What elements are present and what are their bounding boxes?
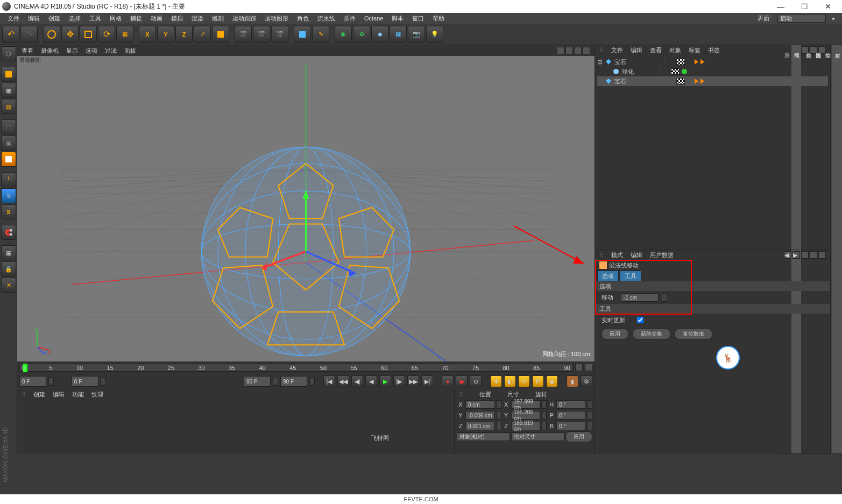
enable-toggle[interactable] [682,69,687,74]
add-environment[interactable]: ▦ [390,26,407,43]
menu-select[interactable]: 选择 [65,15,85,23]
key-rot[interactable]: ⟳ [518,375,530,387]
timeline-opt2[interactable] [585,364,592,371]
om-edit[interactable]: 编辑 [631,46,642,54]
am-up-icon[interactable] [801,251,809,259]
om-bookmark[interactable]: 书签 [708,46,720,54]
mat-create[interactable]: 创建 [33,391,45,399]
y-axis-toggle[interactable]: Y [157,26,174,43]
tag-sel-icon[interactable] [701,79,704,84]
snap-toggle[interactable]: S [1,204,16,219]
menu-mesh[interactable]: 网格 [105,15,126,23]
om-view[interactable]: 查看 [650,46,662,54]
range-from-spin[interactable] [273,377,278,386]
add-spline[interactable]: ✎ [312,26,329,43]
key-opts[interactable]: ⊙ [470,375,482,387]
size-z[interactable]: 189.619 cm [511,422,541,430]
goto-start[interactable]: |◀ [323,375,335,387]
menu-simulate[interactable]: 模拟 [167,15,187,23]
add-deformer[interactable]: ◆ [371,26,388,43]
om-tags[interactable]: 标签 [689,46,701,54]
cube-primitive[interactable] [212,26,229,43]
vp-options[interactable]: 选项 [86,47,97,55]
visibility-dots[interactable] [676,59,685,65]
mat-tex[interactable]: 纹理 [91,391,103,399]
misc-tool[interactable]: ✕ [1,278,16,293]
menu-snap[interactable]: 捕捉 [126,15,146,23]
mat-func[interactable]: 功能 [72,391,84,399]
menu-script[interactable]: 脚本 [387,15,408,23]
move-tool[interactable]: ✥ [61,26,79,43]
realtime-checkbox[interactable] [637,317,643,323]
menu-pipeline[interactable]: 流水线 [313,15,339,23]
key-scale[interactable]: ◧ [504,375,516,387]
om-file[interactable]: 文件 [611,46,623,54]
key-pos[interactable]: ✥ [490,375,502,387]
tag-phong-icon[interactable] [695,79,698,84]
menu-file[interactable]: 文件 [3,15,24,23]
coord-system-toggle[interactable]: ↗ [194,26,211,43]
subtab-tool[interactable]: 工具 [620,271,641,281]
soft-select[interactable]: 🧲 [1,225,16,240]
rot-p[interactable]: 0 ° [556,411,586,420]
recent-tool[interactable]: ▦ [116,26,133,43]
model-mode[interactable] [1,67,16,82]
menu-plugins[interactable]: 插件 [339,15,360,23]
edge-mode[interactable]: ▣ [1,136,16,151]
vp-view[interactable]: 查看 [22,47,33,55]
timeline-settings-icon[interactable]: ⚙ [581,375,592,387]
rot-h[interactable]: 0 ° [556,400,586,409]
prev-key[interactable]: ◀◀ [337,375,349,387]
vp-filter[interactable]: 过滤 [105,47,117,55]
size-y[interactable]: 195.206 cm [511,411,541,420]
vp-display[interactable]: 显示 [66,47,78,55]
add-generator[interactable]: ✿ [353,26,370,43]
menu-tools[interactable]: 工具 [85,15,105,23]
vp-icon-1[interactable] [557,47,564,54]
vp-icon-3[interactable] [574,47,582,54]
render-view[interactable]: 🎬 [235,26,252,43]
add-light[interactable]: 💡 [426,26,443,43]
tag-phong-icon[interactable] [695,59,698,65]
menu-motion-track[interactable]: 运动跟踪 [228,15,260,23]
maximize-button[interactable]: ☐ [793,0,816,13]
rotate-tool[interactable]: ⟳ [98,26,115,43]
apply-button[interactable]: 应用 [602,329,628,339]
om-object[interactable]: 对象 [669,46,681,54]
layout-lock-icon[interactable]: ⭑ [828,12,839,25]
vp-panel[interactable]: 面板 [124,47,136,55]
lock-toggle[interactable]: 🔒 [1,261,16,276]
polygon-mode[interactable] [1,152,16,167]
am-fwd-icon[interactable]: ▶ [793,251,800,259]
key-param[interactable]: P [532,375,544,387]
tag-sel-icon[interactable] [701,59,704,65]
live-select-tool[interactable] [43,26,60,43]
play-back[interactable]: ◀ [365,375,377,387]
record-key[interactable]: ● [442,375,454,387]
next-frame[interactable]: |▶ [393,375,405,387]
pos-y[interactable]: -0.006 cm [465,411,495,420]
menu-animate[interactable]: 动画 [146,15,167,23]
am-new-icon[interactable] [818,251,826,259]
am-lock-icon[interactable] [810,251,817,259]
timeline-ruler[interactable]: 0510 152025 303540 455055 606570 758085 … [17,361,595,373]
range-start[interactable]: 0 F [19,376,46,387]
next-key[interactable]: ▶▶ [407,375,419,387]
am-user[interactable]: 用户数据 [650,251,674,259]
current-frame-spin[interactable] [101,377,106,386]
timeline-strip-icon[interactable]: ▮ [567,375,578,387]
menu-sculpt[interactable]: 雕刻 [208,15,228,23]
undo-button[interactable]: ↶ [2,26,19,43]
point-mode[interactable]: ⬚ [1,119,16,134]
coord-mode1[interactable]: 对象(相对) [457,432,510,441]
texture-mode[interactable]: ▦ [1,83,16,98]
menu-create[interactable]: 创建 [44,15,65,23]
scale-tool[interactable] [80,26,97,43]
menu-octane[interactable]: Octane [360,15,387,22]
subtab-options[interactable]: 选项 [597,271,619,281]
range-end[interactable]: 90 F [280,376,307,387]
layout-combo[interactable]: 启动 [777,14,826,23]
reset-button[interactable]: 复位数值 [675,329,712,339]
add-nurbs[interactable]: ◉ [335,26,352,43]
pos-z[interactable]: 0.001 cm [465,422,495,430]
